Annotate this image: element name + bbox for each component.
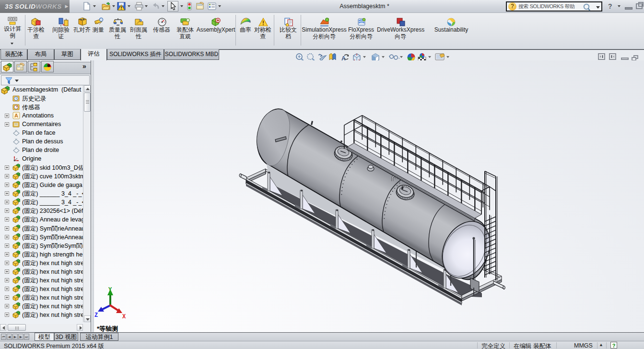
svg-text:A: A bbox=[14, 113, 18, 118]
svg-text:X: X bbox=[122, 314, 126, 320]
svg-text:Z: Z bbox=[94, 312, 98, 319]
svg-text:Y: Y bbox=[108, 287, 112, 293]
